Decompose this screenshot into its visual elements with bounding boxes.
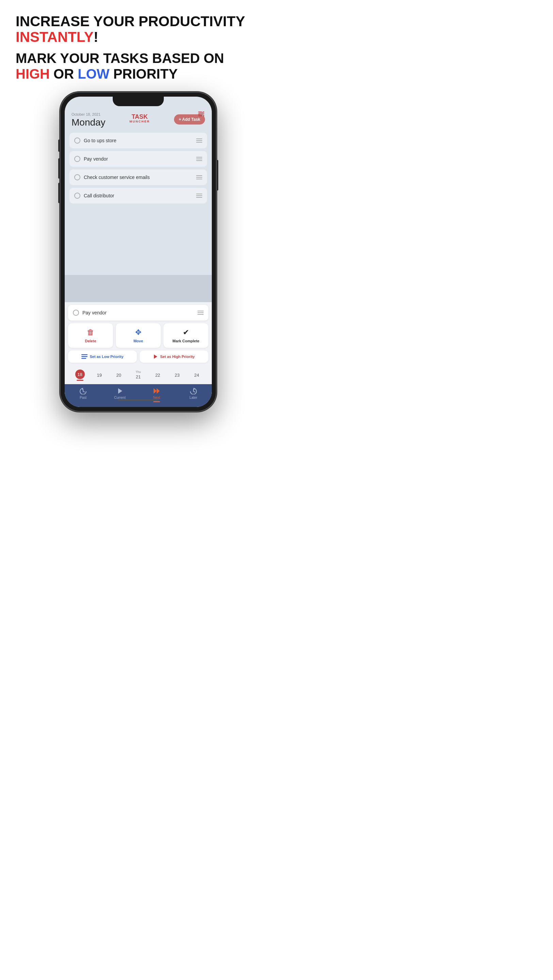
logo-sub: MUNCHER (129, 120, 150, 123)
svg-rect-7 (81, 356, 88, 357)
app-day: Monday (72, 117, 105, 128)
volume-down-button (58, 183, 60, 203)
headline-2: MARK YOUR TASKS BASED ON HIGH OR LOW PRI… (16, 50, 261, 82)
check-icon: ✔ (183, 328, 189, 337)
phone-screen: October 18, 2021 Monday TASK MUNCHER + A… (65, 97, 212, 407)
calendar-day-num-24: 24 (194, 372, 199, 378)
svg-rect-2 (198, 114, 204, 115)
mark-complete-button[interactable]: ✔ Mark Complete (163, 323, 209, 348)
high-priority-icon (153, 354, 158, 359)
home-indicator (118, 399, 159, 401)
past-icon (79, 388, 87, 395)
delete-button[interactable]: 🗑 Delete (68, 323, 113, 348)
settings-icon-area (198, 111, 204, 118)
app-content: October 18, 2021 Monday TASK MUNCHER + A… (65, 97, 212, 407)
task-menu-icon[interactable] (196, 194, 202, 198)
calendar-day-24[interactable]: 24 (188, 371, 206, 379)
nav-active-indicator (153, 401, 160, 402)
header-section: INCREASE YOUR PRODUCTIVITY INSTANTLY! MA… (16, 14, 261, 82)
move-label: Move (134, 339, 143, 343)
low-priority-button[interactable]: Set as Low Priority (68, 350, 137, 363)
svg-rect-6 (81, 354, 88, 355)
selected-task-text: Pay vendor (83, 310, 107, 315)
task-item[interactable]: Pay vendor (70, 151, 207, 167)
task-menu-icon[interactable] (196, 157, 202, 161)
nav-past-label: Past (80, 396, 86, 399)
calendar-day-num-18: 18 (75, 369, 85, 379)
task-menu-icon[interactable] (196, 138, 202, 143)
svg-marker-11 (154, 388, 157, 394)
later-icon (190, 388, 197, 395)
action-area: Pay vendor 🗑 Delete ✥ (65, 302, 212, 384)
task-text: Check customer service emails (84, 175, 150, 180)
svg-rect-0 (198, 111, 204, 113)
task-list: Go to ups store Pay vendor (65, 130, 212, 275)
app-topbar: October 18, 2021 Monday TASK MUNCHER + A… (65, 109, 212, 128)
svg-rect-8 (81, 358, 86, 359)
calendar-day-18[interactable]: 18 (71, 368, 89, 382)
calendar-day-num-23: 23 (175, 372, 180, 378)
delete-icon: 🗑 (87, 328, 94, 337)
calendar-day-num-20: 20 (116, 372, 121, 378)
dimmed-overlay (65, 275, 212, 302)
task-menu-icon[interactable] (196, 175, 202, 179)
calendar-strip: 18 19 20 Thu 21 (68, 366, 209, 384)
settings-icon[interactable] (198, 111, 204, 116)
calendar-day-22[interactable]: 22 (149, 371, 167, 379)
move-icon: ✥ (135, 328, 141, 337)
selected-task-menu-icon[interactable] (198, 311, 204, 315)
calendar-day-23[interactable]: 23 (168, 371, 186, 379)
svg-marker-12 (157, 388, 160, 394)
volume-up-button (58, 158, 60, 179)
task-checkbox[interactable] (74, 174, 80, 180)
nav-past[interactable]: Past (65, 388, 102, 402)
action-buttons-row: 🗑 Delete ✥ Move ✔ Mark Complete (68, 323, 209, 348)
task-item[interactable]: Call distributor (70, 188, 207, 204)
notch (113, 97, 164, 106)
bottom-nav: Past Current Next (65, 384, 212, 407)
nav-later[interactable]: Later (175, 388, 212, 402)
headline-1: INCREASE YOUR PRODUCTIVITY INSTANTLY! (16, 14, 261, 45)
current-icon (116, 388, 124, 395)
app-logo: TASK MUNCHER (129, 114, 150, 123)
task-item[interactable]: Go to ups store (70, 133, 207, 148)
logo-main: TASK (131, 114, 148, 120)
task-checkbox[interactable] (74, 156, 80, 162)
priority-row: Set as Low Priority Set as High Priority (68, 350, 209, 363)
task-checkbox[interactable] (74, 137, 80, 143)
calendar-day-20[interactable]: 20 (110, 371, 128, 379)
selected-task-checkbox[interactable] (73, 310, 79, 316)
date-area: October 18, 2021 Monday (72, 112, 105, 128)
low-priority-label: Set as Low Priority (89, 355, 123, 359)
task-text: Call distributor (84, 193, 114, 198)
calendar-day-19[interactable]: 19 (90, 371, 108, 379)
high-priority-label: Set as High Priority (160, 355, 194, 359)
high-priority-button[interactable]: Set as High Priority (140, 350, 209, 363)
move-button[interactable]: ✥ Move (116, 323, 161, 348)
task-checkbox[interactable] (74, 192, 80, 199)
task-text: Go to ups store (84, 138, 116, 143)
calendar-day-21[interactable]: Thu 21 (129, 369, 147, 381)
svg-point-5 (202, 115, 203, 117)
svg-point-3 (199, 113, 201, 115)
task-item[interactable]: Check customer service emails (70, 169, 207, 185)
app-date: October 18, 2021 (72, 112, 105, 116)
mark-complete-label: Mark Complete (173, 339, 199, 343)
calendar-day-num-22: 22 (155, 372, 160, 378)
low-priority-icon (81, 354, 88, 359)
selected-task-row[interactable]: Pay vendor (68, 305, 209, 321)
mute-button (58, 140, 60, 152)
power-button (217, 160, 218, 191)
svg-marker-9 (154, 355, 157, 359)
nav-later-label: Later (190, 396, 198, 399)
phone-mockup: October 18, 2021 Monday TASK MUNCHER + A… (60, 92, 217, 412)
svg-marker-10 (118, 388, 122, 394)
task-text: Pay vendor (84, 156, 108, 162)
svg-point-1 (202, 111, 203, 113)
calendar-day-num-19: 19 (97, 372, 102, 378)
next-icon (153, 388, 161, 395)
calendar-day-num-21: 21 (136, 374, 141, 379)
delete-label: Delete (85, 339, 96, 343)
